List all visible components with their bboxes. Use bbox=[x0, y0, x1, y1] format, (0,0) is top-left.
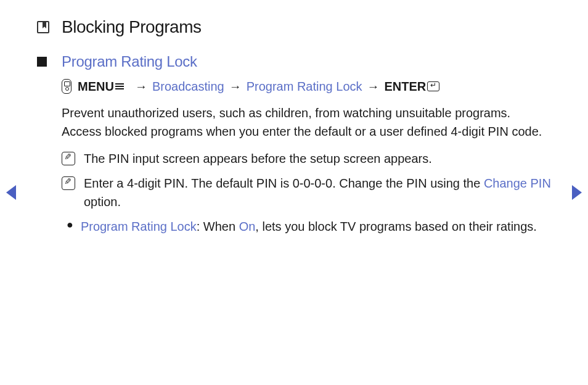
enter-icon bbox=[427, 81, 439, 91]
note2-text-part1: Enter a 4-digit PIN. The default PIN is … bbox=[84, 176, 484, 190]
prev-page-arrow[interactable] bbox=[6, 185, 16, 200]
note2-text-part2: option. bbox=[84, 195, 121, 209]
bullet-rest: , lets you block TV programs based on th… bbox=[255, 220, 537, 233]
page-title: Blocking Programs bbox=[62, 17, 201, 37]
note-icon bbox=[62, 176, 75, 190]
bookmark-icon bbox=[37, 21, 49, 33]
arrow-icon: → bbox=[229, 80, 242, 94]
bullet-icon: ● bbox=[67, 218, 73, 231]
page-content: Blocking Programs Program Rating Lock ME… bbox=[0, 0, 588, 236]
path-program-rating-lock: Program Rating Lock bbox=[247, 80, 362, 94]
note-icon bbox=[62, 152, 75, 165]
arrow-icon: → bbox=[135, 80, 147, 94]
menu-label: MENU bbox=[78, 80, 114, 94]
remote-icon bbox=[62, 79, 71, 94]
bullet-row: ● Program Rating Lock: When On, lets you… bbox=[62, 217, 551, 236]
bullet-sep: : When bbox=[197, 220, 239, 233]
arrow-icon: → bbox=[367, 80, 380, 94]
description-text: Prevent unauthorized users, such as chil… bbox=[62, 104, 551, 141]
enter-label: ENTER bbox=[385, 80, 427, 94]
note-row-2: Enter a 4-digit PIN. The default PIN is … bbox=[62, 174, 551, 211]
square-bullet-icon bbox=[37, 57, 47, 67]
menu-icon bbox=[115, 82, 125, 91]
title-row: Blocking Programs bbox=[37, 17, 551, 37]
path-broadcasting: Broadcasting bbox=[152, 80, 224, 94]
menu-path: MENU → Broadcasting → Program Rating Loc… bbox=[62, 79, 551, 94]
change-pin-link: Change PIN bbox=[484, 176, 551, 190]
section-heading-row: Program Rating Lock bbox=[37, 53, 551, 70]
note-row-1: The PIN input screen appears before the … bbox=[62, 149, 551, 168]
bullet-value: On bbox=[239, 220, 256, 233]
section-heading: Program Rating Lock bbox=[62, 53, 197, 70]
bullet-label: Program Rating Lock bbox=[81, 220, 197, 233]
note-text-2: Enter a 4-digit PIN. The default PIN is … bbox=[84, 174, 551, 211]
bullet-text: Program Rating Lock: When On, lets you b… bbox=[81, 217, 537, 236]
next-page-arrow[interactable] bbox=[572, 185, 582, 200]
section-body: MENU → Broadcasting → Program Rating Loc… bbox=[62, 79, 551, 236]
note-text-1: The PIN input screen appears before the … bbox=[84, 149, 432, 168]
